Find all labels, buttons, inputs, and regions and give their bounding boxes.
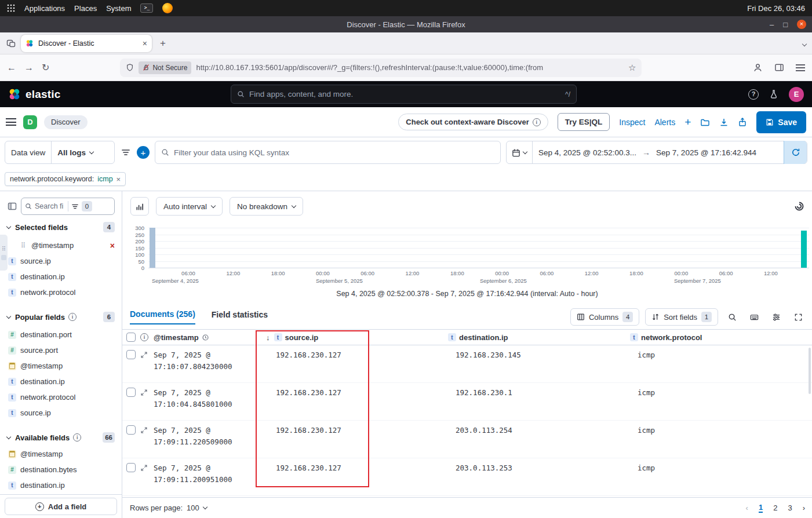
share-icon[interactable] [738,118,747,127]
chart-visibility-button[interactable] [130,197,149,216]
column-header-timestamp[interactable]: @timestamp [149,333,265,342]
kql-search-box[interactable] [155,141,501,164]
breakdown-dropdown[interactable]: No breakdown [230,197,303,216]
expand-row-icon[interactable] [140,389,148,396]
sidebar-field-source-port[interactable]: # source.port [7,342,115,358]
histogram-bar[interactable] [150,228,155,268]
url-text[interactable]: http://10.80.167.193:5601/app/discover#/… [196,63,624,72]
collapse-sidebar-icon[interactable] [7,202,17,211]
address-bar[interactable]: Not Secure http://10.80.167.193:5601/app… [120,59,642,77]
global-search-bar[interactable]: ^/ [231,85,577,104]
date-from[interactable]: Sep 4, 2025 @ 02:52:00.3... [533,148,642,157]
browser-tab[interactable]: Discover - Elastic [21,35,152,52]
expand-row-icon[interactable] [140,464,148,472]
new-session-icon[interactable] [684,116,691,129]
sidebar-field-destination-port[interactable]: # destination.port [7,327,115,342]
column-header-destination-ip[interactable]: t destination.ip [447,333,629,342]
list-all-tabs-icon[interactable] [803,39,806,48]
back-icon[interactable] [7,63,16,73]
download-icon[interactable] [719,118,729,127]
edit-visualization-icon[interactable] [793,200,805,212]
apps-grid-icon[interactable] [7,4,15,12]
sidebar-field-destination-bytes[interactable]: # destination.bytes [7,462,115,477]
prev-page-icon[interactable]: ‹ [746,504,748,512]
sidebar-field-source-ip[interactable]: t source.ip [7,405,115,421]
sidebar-field-destination-ip[interactable]: t destination.ip [7,374,115,389]
forward-icon[interactable] [24,63,34,73]
field-filter-icon[interactable] [71,203,79,210]
sidebar-field-source-ip[interactable]: t source.ip [7,253,115,269]
keyboard-shortcuts-icon[interactable] [746,309,762,325]
space-badge[interactable]: D [23,115,37,129]
breadcrumb[interactable]: Discover [44,115,88,129]
info-icon[interactable] [68,313,77,321]
fullscreen-icon[interactable] [790,309,806,325]
row-checkbox[interactable] [126,350,136,359]
firefox-launcher-icon[interactable] [162,3,173,13]
alerts-link[interactable]: Alerts [654,118,675,127]
sidebar-field-destination-ip[interactable]: t destination.ip [7,477,115,493]
header-info-icon[interactable] [140,333,148,341]
grid-search-icon[interactable] [724,309,740,325]
destination-ip-cell[interactable]: 203.0.113.253 [447,458,629,495]
add-filter-button[interactable] [137,146,150,159]
close-button[interactable] [797,20,806,29]
tab-close-icon[interactable] [143,39,147,48]
menu-places[interactable]: Places [74,4,97,13]
sidebar-field-network-protocol[interactable]: t network.protocol [7,389,115,405]
remove-field-icon[interactable] [110,241,115,250]
row-checkbox[interactable] [126,388,136,397]
drag-grip-icon[interactable]: ⠿ [19,242,27,250]
field-search-box[interactable]: 0 [21,198,115,215]
minimize-button[interactable] [770,20,774,29]
column-header-source-ip[interactable]: t source.ip [265,333,447,342]
timestamp-cell[interactable]: Sep 7, 2025 @17:09:11.220509000 [149,421,265,458]
selected-fields-header[interactable]: Selected fields 4 [7,221,115,234]
sort-desc-icon[interactable] [266,333,270,342]
restore-button[interactable] [783,20,788,29]
inspect-link[interactable]: Inspect [619,118,645,127]
destination-ip-cell[interactable]: 192.168.230.145 [447,345,629,382]
next-page-icon[interactable]: › [803,504,805,512]
source-ip-cell[interactable]: 192.168.230.127 [265,421,447,458]
filter-pill[interactable]: network.protocol.keyword: icmp [5,172,126,186]
sidebar-field-timestamp[interactable]: @timestamp [7,446,115,462]
saved-query-menu-icon[interactable] [120,148,132,156]
date-to[interactable]: Sep 7, 2025 @ 17:16:42.944 [650,148,762,157]
expand-row-icon[interactable] [140,351,148,359]
sort-fields-button[interactable]: Sort fields 1 [645,308,718,326]
firefox-view-icon[interactable] [6,39,16,48]
terminal-launcher-icon[interactable] [140,3,153,13]
source-ip-cell[interactable]: 192.168.230.127 [265,458,447,495]
save-button[interactable]: Save [756,111,806,133]
source-ip-cell[interactable]: 192.168.230.127 [265,345,447,382]
protocol-cell[interactable]: icmp [629,458,812,495]
info-icon[interactable] [73,433,81,442]
row-checkbox[interactable] [126,425,136,435]
page-1[interactable]: 1 [759,503,763,513]
protocol-cell[interactable]: icmp [629,383,812,420]
sidebar-drag-rail[interactable] [0,235,8,271]
data-view-picker[interactable]: Data view All logs [5,141,115,164]
available-fields-header[interactable]: Available fields 66 [7,431,115,444]
info-icon[interactable] [533,118,541,126]
sidebar-field-network-protocol[interactable]: t network.protocol [7,284,115,300]
popular-fields-header[interactable]: Popular fields 6 [7,311,115,323]
remove-filter-icon[interactable] [116,175,121,184]
tab-field-statistics[interactable]: Field statistics [212,310,268,324]
timestamp-cell[interactable]: Sep 7, 2025 @17:09:11.200951000 [149,458,265,495]
account-icon[interactable] [753,63,763,72]
destination-ip-cell[interactable]: 203.0.113.254 [447,421,629,458]
expand-row-icon[interactable] [140,426,148,434]
kql-input[interactable] [174,148,494,157]
global-search-input[interactable] [249,90,560,99]
timestamp-cell[interactable]: Sep 7, 2025 @17:10:07.804230000 [149,345,265,382]
protocol-cell[interactable]: icmp [629,421,812,458]
rows-per-page-button[interactable]: Rows per page: 100 [130,504,207,512]
source-ip-cell[interactable]: 192.168.230.127 [265,383,447,420]
shield-icon[interactable] [126,63,134,72]
sidebar-field-timestamp[interactable]: ⠿ @timestamp [7,238,115,253]
timestamp-cell[interactable]: Sep 7, 2025 @17:10:04.845801000 [149,383,265,420]
select-all-checkbox[interactable] [126,333,136,342]
refresh-query-button[interactable] [784,141,807,164]
